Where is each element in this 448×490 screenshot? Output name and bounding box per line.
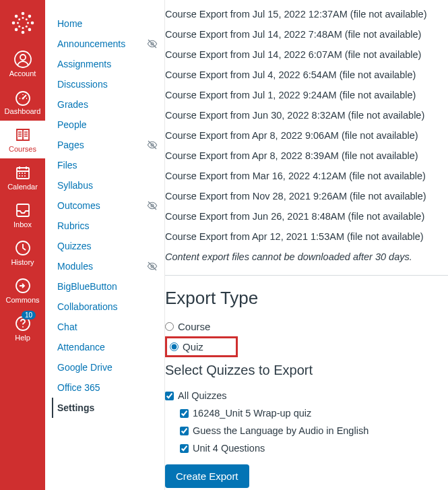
nav-inbox[interactable]: Inbox xyxy=(0,196,45,234)
quiz-label: Guess the Language by Audio in English xyxy=(193,425,369,436)
course-nav-bigbluebutton[interactable]: BigBlueButton xyxy=(57,276,158,297)
course-nav-label: Discussions xyxy=(57,79,108,90)
nav-commons-label: Commons xyxy=(5,296,39,304)
course-nav-pages[interactable]: Pages xyxy=(57,135,158,155)
create-export-button[interactable]: Create Export xyxy=(165,464,249,488)
course-nav-label: Files xyxy=(57,160,77,171)
course-nav-label: Announcements xyxy=(57,38,125,49)
export-history-row: Course Export from Apr 8, 2022 9:06AM (f… xyxy=(165,125,441,146)
history-icon xyxy=(14,239,32,257)
course-nav-announcements[interactable]: Announcements xyxy=(57,34,158,54)
quiz-checkbox[interactable] xyxy=(180,409,189,418)
export-type-course-label: Course xyxy=(178,321,210,332)
course-nav-label: Rubrics xyxy=(57,220,89,231)
export-type-course-row[interactable]: Course xyxy=(165,321,448,332)
svg-point-2 xyxy=(11,21,15,24)
course-nav-grades[interactable]: Grades xyxy=(57,94,158,115)
course-nav-discussions[interactable]: Discussions xyxy=(57,74,158,94)
nav-history[interactable]: History xyxy=(0,234,45,272)
export-history-row: Course Export from Nov 28, 2021 9:26AM (… xyxy=(165,186,441,206)
course-nav-label: Outcomes xyxy=(57,200,100,211)
canvas-logo[interactable] xyxy=(0,0,45,45)
export-type-quiz-radio[interactable] xyxy=(170,342,179,351)
svg-point-14 xyxy=(25,18,27,20)
nav-commons[interactable]: Commons xyxy=(0,272,45,309)
export-history-row: Course Export from Jul 15, 2022 12:37AM … xyxy=(165,4,441,24)
course-nav: HomeAnnouncementsAssignmentsDiscussionsG… xyxy=(45,0,165,490)
nav-help-label: Help xyxy=(15,334,30,342)
course-nav-home[interactable]: Home xyxy=(57,13,158,34)
svg-point-13 xyxy=(18,18,20,20)
course-nav-syllabus[interactable]: Syllabus xyxy=(57,175,158,195)
divider xyxy=(165,275,448,276)
course-nav-quizzes[interactable]: Quizzes xyxy=(57,236,158,256)
export-history-row: Course Export from Jul 4, 2022 6:54AM (f… xyxy=(165,65,441,85)
svg-point-15 xyxy=(18,25,20,27)
export-history-row: Course Export from Jun 26, 2021 8:48AM (… xyxy=(165,206,441,226)
svg-point-18 xyxy=(20,55,26,60)
course-nav-label: Grades xyxy=(57,99,88,110)
all-quizzes-label: All Quizzes xyxy=(178,390,227,401)
course-nav-label: Home xyxy=(57,18,82,29)
course-nav-files[interactable]: Files xyxy=(57,155,158,175)
nav-account[interactable]: Account xyxy=(0,45,45,83)
nav-inbox-label: Inbox xyxy=(13,220,32,228)
export-history-row: Course Export from Apr 8, 2022 8:39AM (f… xyxy=(165,146,441,166)
course-nav-office-365[interactable]: Office 365 xyxy=(57,377,158,398)
export-history-row: Course Export from Jul 14, 2022 6:07AM (… xyxy=(165,44,441,65)
course-nav-settings[interactable]: Settings xyxy=(52,398,158,418)
course-nav-rubrics[interactable]: Rubrics xyxy=(57,216,158,236)
quiz-row[interactable]: 16248_Unit 5 Wrap-up quiz xyxy=(180,408,448,419)
course-nav-collaborations[interactable]: Collaborations xyxy=(57,297,158,317)
svg-point-5 xyxy=(28,14,31,18)
course-nav-attendance[interactable]: Attendance xyxy=(57,337,158,357)
quiz-highlight-box: Quiz xyxy=(165,336,238,357)
export-history-row: Course Export from Jun 30, 2022 8:32AM (… xyxy=(165,105,441,125)
course-nav-modules[interactable]: Modules xyxy=(57,256,158,276)
svg-point-16 xyxy=(25,25,27,27)
course-nav-chat[interactable]: Chat xyxy=(57,317,158,337)
calendar-icon xyxy=(14,164,32,181)
export-history-row: Course Export from Mar 16, 2022 4:12AM (… xyxy=(165,166,441,186)
svg-rect-22 xyxy=(17,204,29,216)
export-history-list: Course Export from Jul 15, 2022 12:37AM … xyxy=(165,4,448,247)
svg-point-9 xyxy=(22,17,24,19)
nav-dashboard-label: Dashboard xyxy=(5,107,41,115)
svg-point-6 xyxy=(14,28,18,31)
nav-account-label: Account xyxy=(9,69,36,78)
course-nav-label: BigBlueButton xyxy=(57,281,117,292)
course-nav-label: Chat xyxy=(57,321,77,332)
svg-point-4 xyxy=(14,14,18,18)
export-type-quiz-label: Quiz xyxy=(183,341,203,353)
export-type-heading: Export Type xyxy=(165,288,448,309)
course-nav-assignments[interactable]: Assignments xyxy=(57,54,158,74)
export-type-course-radio[interactable] xyxy=(165,322,174,331)
course-nav-label: Assignments xyxy=(57,59,111,69)
quiz-row[interactable]: Unit 4 Questions xyxy=(180,443,448,454)
course-nav-label: Collaborations xyxy=(57,301,118,312)
quiz-label: 16248_Unit 5 Wrap-up quiz xyxy=(193,408,311,419)
hidden-icon xyxy=(147,38,158,49)
nav-help[interactable]: Help10 xyxy=(0,309,45,347)
export-type-quiz-row[interactable]: Quiz xyxy=(170,341,203,353)
all-quizzes-row[interactable]: All Quizzes xyxy=(165,390,448,401)
all-quizzes-checkbox[interactable] xyxy=(165,392,174,400)
nav-calendar[interactable]: Calendar xyxy=(0,158,45,196)
quiz-checkbox[interactable] xyxy=(180,427,189,435)
hidden-icon xyxy=(147,200,158,211)
svg-point-1 xyxy=(21,30,24,34)
nav-courses[interactable]: Courses xyxy=(0,121,45,158)
nav-history-label: History xyxy=(11,258,34,266)
export-history-row: Course Export from Jul 14, 2022 7:48AM (… xyxy=(165,24,441,44)
svg-point-11 xyxy=(17,22,19,24)
course-nav-label: Attendance xyxy=(57,342,105,353)
course-nav-people[interactable]: People xyxy=(57,115,158,135)
dashboard-icon xyxy=(14,88,32,106)
course-nav-outcomes[interactable]: Outcomes xyxy=(57,195,158,216)
svg-point-20 xyxy=(22,98,24,100)
quiz-checkbox[interactable] xyxy=(180,444,189,453)
quiz-row[interactable]: Guess the Language by Audio in English xyxy=(180,425,448,436)
course-nav-google-drive[interactable]: Google Drive xyxy=(57,357,158,377)
svg-point-26 xyxy=(22,326,24,328)
nav-dashboard[interactable]: Dashboard xyxy=(0,83,45,121)
